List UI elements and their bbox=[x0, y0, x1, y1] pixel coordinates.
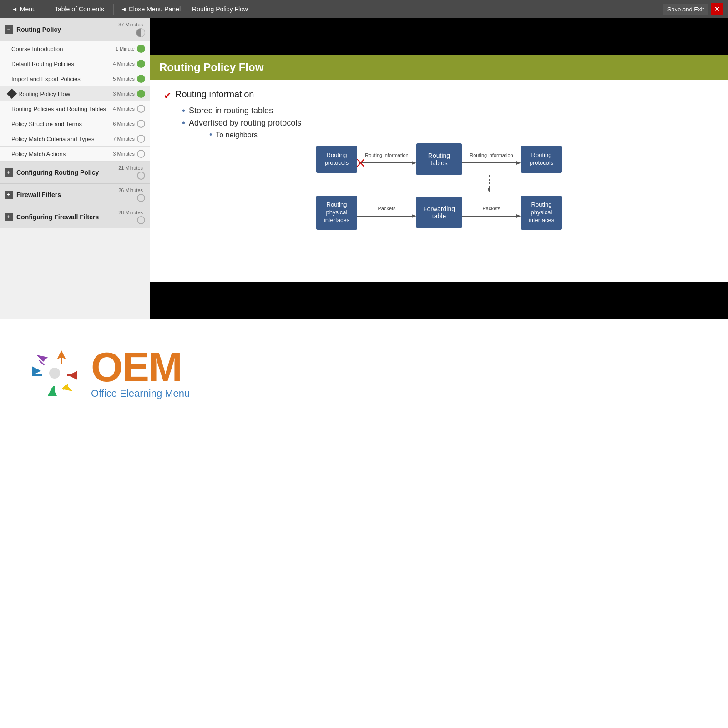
collapse-icon: − bbox=[5, 25, 13, 34]
svg-marker-16 bbox=[48, 387, 57, 396]
item-time-import-export: 5 Minutes bbox=[113, 76, 135, 81]
arrow-svg-1 bbox=[357, 159, 416, 167]
progress-dot-import-export bbox=[137, 75, 145, 83]
current-topic-title: Routing Policy Flow bbox=[185, 5, 255, 13]
sidebar-section-configuring-routing[interactable]: + Configuring Routing Policy 21 Minutes bbox=[0, 162, 150, 184]
flow-box-routing-tables: Routing tables bbox=[416, 143, 462, 175]
sidebar-section-routing-policy[interactable]: − Routing Policy 37 Minutes bbox=[0, 18, 150, 41]
progress-dot-routing-flow bbox=[137, 90, 145, 98]
slide-body: ✔ Routing information Stored in routing … bbox=[150, 80, 728, 239]
main-bullet-text: Routing information bbox=[175, 89, 254, 100]
flow-box-physical-right: Routing physical interfaces bbox=[521, 196, 562, 230]
progress-dot-policy-structure bbox=[137, 120, 145, 128]
section-time-configuring-firewall: 28 Minutes bbox=[118, 210, 143, 215]
svg-point-24 bbox=[49, 368, 60, 379]
arrow-label-packets-2: Packets bbox=[482, 206, 500, 211]
svg-marker-5 bbox=[516, 161, 521, 165]
arrow-line-1 bbox=[357, 159, 416, 167]
top-bar: ◄ Menu Table of Contents ◄ Close Menu Pa… bbox=[0, 0, 728, 18]
sidebar: − Routing Policy 37 Minutes Course Intro… bbox=[0, 18, 150, 318]
section-title-firewall: Firewall Filters bbox=[16, 191, 118, 198]
sidebar-item-routing-tables[interactable]: Routing Policies and Routing Tables 4 Mi… bbox=[0, 101, 150, 116]
svg-marker-1 bbox=[412, 161, 416, 165]
item-time-routing-tables: 4 Minutes bbox=[113, 106, 135, 111]
slide-title: Routing Policy Flow bbox=[159, 61, 263, 73]
save-exit-button[interactable]: Save and Exit bbox=[663, 4, 708, 15]
diagram-bottom-row: Routing physical interfaces Packets Forw… bbox=[316, 196, 562, 230]
progress-circle-configuring-firewall bbox=[137, 216, 145, 224]
arrow-packets-1: Packets bbox=[357, 206, 416, 220]
item-label-default-routing: Default Routing Policies bbox=[11, 61, 113, 67]
slide-content: Routing Policy Flow ✔ Routing informatio… bbox=[150, 55, 728, 282]
item-time-routing-flow: 3 Minutes bbox=[113, 91, 135, 96]
item-label-course-intro: Course Introduction bbox=[11, 46, 116, 52]
divider bbox=[45, 4, 46, 15]
content-area: Routing Policy Flow ✔ Routing informatio… bbox=[150, 18, 728, 318]
sidebar-item-policy-actions[interactable]: Policy Match Actions 3 Minutes bbox=[0, 147, 150, 162]
item-time-course-intro: 1 Minute bbox=[116, 46, 135, 51]
black-top-bar bbox=[150, 18, 728, 55]
arrow-routing-info-1: Routing information bbox=[357, 152, 416, 167]
sub-sub-bullet-1: To neighbors bbox=[209, 130, 714, 140]
arrow-label-packets-1: Packets bbox=[378, 206, 395, 211]
menu-button[interactable]: ◄ Menu bbox=[5, 5, 43, 13]
logo-tagline: Office Elearning Menu bbox=[91, 388, 190, 399]
checkmark-icon: ✔ bbox=[164, 89, 172, 102]
flow-box-routing-protocols-left: Routing protocols bbox=[316, 146, 357, 173]
progress-circle-routing-policy bbox=[136, 28, 145, 37]
item-time-policy-match: 7 Minutes bbox=[113, 136, 135, 142]
item-label-policy-match: Policy Match Criteria and Types bbox=[11, 136, 113, 142]
main-bullet: ✔ Routing information bbox=[164, 89, 714, 102]
sub-bullet-2: Advertised by routing protocols bbox=[182, 118, 714, 128]
sub-sub-bullet-1-text: To neighbors bbox=[216, 131, 258, 139]
toc-button[interactable]: Table of Contents bbox=[48, 5, 111, 13]
dashed-line-svg bbox=[488, 175, 490, 193]
sidebar-item-policy-match[interactable]: Policy Match Criteria and Types 7 Minute… bbox=[0, 131, 150, 147]
svg-marker-20 bbox=[36, 355, 48, 362]
sidebar-item-routing-flow[interactable]: Routing Policy Flow 3 Minutes bbox=[0, 86, 150, 101]
top-bar-right: Save and Exit ✕ bbox=[663, 3, 723, 15]
black-bottom-bar bbox=[150, 282, 728, 318]
section-title-configuring-firewall: Configuring Firewall Filters bbox=[16, 213, 118, 221]
item-label-import-export: Import and Export Policies bbox=[11, 76, 113, 82]
progress-dot-routing-tables bbox=[137, 105, 145, 113]
section-time-configuring-routing: 21 Minutes bbox=[118, 165, 143, 171]
item-label-routing-tables: Routing Policies and Routing Tables bbox=[11, 106, 113, 112]
svg-marker-7 bbox=[488, 188, 490, 192]
main-layout: − Routing Policy 37 Minutes Course Intro… bbox=[0, 18, 728, 318]
arrow-label-routing-info-2: Routing information bbox=[470, 152, 513, 158]
arrow-svg-packets-1 bbox=[357, 212, 416, 220]
sidebar-item-default-routing[interactable]: Default Routing Policies 4 Minutes bbox=[0, 56, 150, 71]
arrow-svg-packets-2 bbox=[462, 212, 521, 220]
sidebar-item-course-intro[interactable]: Course Introduction 1 Minute bbox=[0, 41, 150, 56]
sidebar-item-policy-structure[interactable]: Policy Structure and Terms 6 Minutes bbox=[0, 116, 150, 131]
progress-circle-configuring-routing bbox=[137, 172, 145, 180]
svg-marker-11 bbox=[516, 214, 521, 218]
expand-icon-configuring-firewall: + bbox=[5, 213, 13, 221]
sidebar-item-import-export[interactable]: Import and Export Policies 5 Minutes bbox=[0, 71, 150, 86]
flow-box-forwarding-table: Forwarding table bbox=[416, 197, 462, 228]
section-time-firewall: 26 Minutes bbox=[118, 187, 143, 193]
divider2 bbox=[113, 4, 114, 15]
svg-rect-13 bbox=[61, 357, 62, 364]
sub-bullet-1: Stored in routing tables bbox=[182, 106, 714, 116]
close-x-button[interactable]: ✕ bbox=[711, 3, 723, 15]
svg-rect-15 bbox=[67, 374, 77, 376]
arrow-svg-2 bbox=[462, 159, 521, 167]
logo-brand: OEM bbox=[91, 347, 190, 388]
section-title-configuring-routing: Configuring Routing Policy bbox=[16, 169, 118, 176]
item-time-default-routing: 4 Minutes bbox=[113, 61, 135, 66]
item-time-policy-structure: 6 Minutes bbox=[113, 121, 135, 126]
flow-diagram: Routing protocols Routing information bbox=[164, 143, 714, 230]
progress-dot-policy-actions bbox=[137, 150, 145, 158]
sidebar-section-firewall[interactable]: + Firewall Filters 26 Minutes bbox=[0, 184, 150, 206]
item-label-policy-actions: Policy Match Actions bbox=[11, 151, 113, 157]
close-panel-button[interactable]: ◄ Close Menu Panel bbox=[116, 5, 185, 13]
item-label-policy-structure: Policy Structure and Terms bbox=[11, 121, 113, 127]
sidebar-section-configuring-firewall[interactable]: + Configuring Firewall Filters 28 Minute… bbox=[0, 206, 150, 228]
progress-dot-course-intro bbox=[137, 45, 145, 53]
arrow-packets-2: Packets bbox=[462, 206, 521, 220]
dashed-connector bbox=[488, 175, 490, 193]
arrow-routing-info-2: Routing information bbox=[462, 152, 521, 167]
active-indicator-icon bbox=[7, 89, 17, 99]
